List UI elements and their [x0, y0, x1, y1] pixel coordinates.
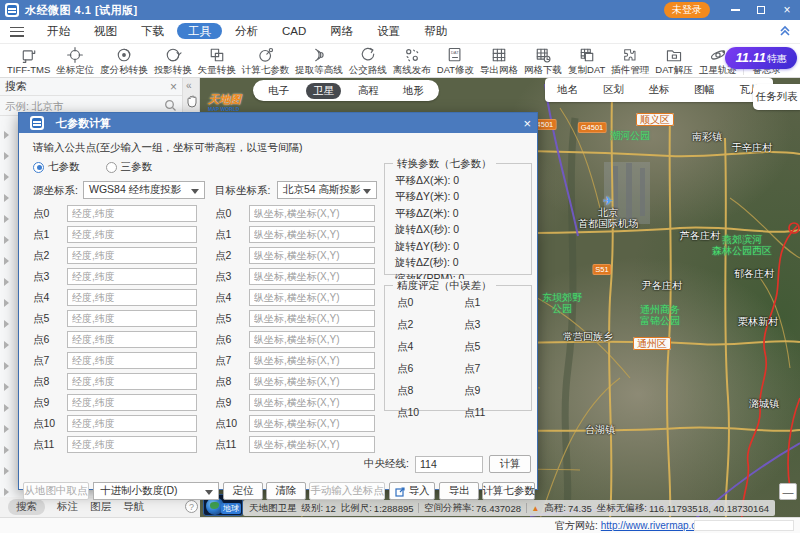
- menu-item-网络[interactable]: 网络: [319, 23, 364, 39]
- manual-input-button[interactable]: 手动输入坐标点: [309, 482, 385, 500]
- radio-七参数[interactable]: 七参数: [33, 160, 80, 174]
- point-xy-input-7[interactable]: [249, 352, 375, 369]
- radio-三参数[interactable]: 三参数: [106, 160, 153, 174]
- menu-item-下载[interactable]: 下载: [130, 23, 175, 39]
- map-type-tab-电子[interactable]: 电子: [261, 83, 296, 99]
- coordinate-format-select[interactable]: 十进制小数度(D): [93, 482, 219, 500]
- search-input[interactable]: [5, 100, 164, 112]
- overlay-toggle-坐标[interactable]: 坐标: [648, 83, 669, 97]
- toolbar-button-度分秒转换[interactable]: 度分秒转换: [97, 45, 151, 75]
- point-xy-input-3[interactable]: [249, 268, 375, 285]
- pick-from-map-button[interactable]: 从地图中取点: [23, 482, 89, 500]
- toolbar-button-复制DAT[interactable]: 复制DAT: [565, 45, 608, 75]
- point-xy-input-5[interactable]: [249, 310, 375, 327]
- point-xy-input-4[interactable]: [249, 289, 375, 306]
- toolbar-button-网格下载[interactable]: 网格下载: [521, 45, 565, 75]
- tree-expander-icon[interactable]: [4, 362, 9, 370]
- point-xy-input-2[interactable]: [249, 247, 375, 264]
- menu-item-分析[interactable]: 分析: [224, 23, 269, 39]
- toolbar-button-DAT修改[interactable]: DATDAT修改: [434, 45, 477, 75]
- map-type-tab-卫星[interactable]: 卫星: [306, 83, 341, 99]
- search-panel-close-icon[interactable]: ×: [170, 80, 177, 94]
- point-lonlat-input-10[interactable]: [67, 415, 197, 432]
- tree-expander-icon[interactable]: [4, 404, 9, 412]
- overlay-toggle-图幅[interactable]: 图幅: [694, 83, 715, 97]
- toolbar-button-TIFF-TMS[interactable]: TIFF-TMS: [4, 45, 53, 75]
- point-xy-input-8[interactable]: [249, 373, 375, 390]
- point-lonlat-input-3[interactable]: [67, 268, 197, 285]
- export-button[interactable]: 导出: [439, 482, 479, 500]
- map-type-tab-高程[interactable]: 高程: [351, 83, 386, 99]
- point-lonlat-input-0[interactable]: [67, 205, 197, 222]
- toolbar-button-矢量转换[interactable]: 矢量转换: [195, 45, 239, 75]
- toolbar-button-投影转换[interactable]: 投影转换: [151, 45, 195, 75]
- tree-expander-icon[interactable]: [4, 446, 9, 454]
- bottom-tab-导航[interactable]: 导航: [123, 500, 144, 514]
- maximize-button[interactable]: [748, 0, 774, 20]
- close-button[interactable]: ×: [774, 0, 800, 20]
- tree-expander-icon[interactable]: [4, 341, 9, 349]
- overlay-toggle-地名[interactable]: 地名: [557, 83, 578, 97]
- dialog-close-icon[interactable]: ×: [523, 116, 531, 131]
- point-xy-input-10[interactable]: [249, 415, 375, 432]
- toolbar-button-公交路线[interactable]: 公交路线: [346, 45, 390, 75]
- collapse-panel-icon[interactable]: «: [186, 80, 192, 91]
- import-button[interactable]: 导入: [389, 482, 435, 500]
- point-xy-input-9[interactable]: [249, 394, 375, 411]
- tree-expander-icon[interactable]: [4, 215, 9, 223]
- menu-item-CAD[interactable]: CAD: [271, 23, 317, 39]
- zoom-out-button[interactable]: —: [779, 483, 797, 500]
- search-icon[interactable]: [164, 99, 177, 112]
- menu-item-设置[interactable]: 设置: [366, 23, 411, 39]
- point-lonlat-input-1[interactable]: [67, 226, 197, 243]
- locate-button[interactable]: 定位: [223, 482, 263, 500]
- minimize-button[interactable]: [722, 0, 748, 20]
- overlay-toggle-区划[interactable]: 区划: [603, 83, 624, 97]
- tree-expander-icon[interactable]: [4, 299, 9, 307]
- point-lonlat-input-2[interactable]: [67, 247, 197, 264]
- tree-expander-icon[interactable]: [4, 488, 9, 496]
- menu-item-帮助[interactable]: 帮助: [413, 23, 458, 39]
- point-xy-input-0[interactable]: [249, 205, 375, 222]
- ribbon-collapse-icon[interactable]: [778, 24, 792, 38]
- login-status-badge[interactable]: 未登录: [664, 2, 710, 18]
- point-xy-input-11[interactable]: [249, 436, 375, 453]
- point-lonlat-input-6[interactable]: [67, 331, 197, 348]
- tree-expander-icon[interactable]: [4, 152, 9, 160]
- tree-expander-icon[interactable]: [4, 236, 9, 244]
- point-xy-input-1[interactable]: [249, 226, 375, 243]
- tree-expander-icon[interactable]: [4, 194, 9, 202]
- tree-expander-icon[interactable]: [4, 320, 9, 328]
- toolbar-button-提取等高线[interactable]: 提取等高线: [292, 45, 346, 75]
- tree-expander-icon[interactable]: [4, 467, 9, 475]
- dialog-title-bar[interactable]: 七参数计算 ×: [19, 113, 537, 133]
- toolbar-button-坐标定位[interactable]: 坐标定位: [53, 45, 97, 75]
- tree-expander-icon[interactable]: [4, 278, 9, 286]
- hamburger-menu-icon[interactable]: [10, 27, 24, 37]
- toolbar-button-计算七参数[interactable]: 计算七参数: [239, 45, 293, 75]
- tree-expander-icon[interactable]: [4, 425, 9, 433]
- tree-expander-icon[interactable]: [4, 131, 9, 139]
- bottom-tab-图层[interactable]: 图层: [90, 500, 111, 514]
- point-lonlat-input-11[interactable]: [67, 436, 197, 453]
- toolbar-button-导出网格[interactable]: 导出网格: [477, 45, 521, 75]
- menu-item-工具[interactable]: 工具: [177, 23, 222, 39]
- point-lonlat-input-5[interactable]: [67, 310, 197, 327]
- point-lonlat-input-4[interactable]: [67, 289, 197, 306]
- official-site-link[interactable]: http://www.rivermap.cn: [601, 520, 702, 531]
- point-lonlat-input-8[interactable]: [67, 373, 197, 390]
- promo-badge[interactable]: 11.11 特惠: [725, 47, 797, 69]
- target-crs-select[interactable]: 北京54 高斯投影: [277, 181, 377, 199]
- tree-expander-icon[interactable]: [4, 173, 9, 181]
- calc-seven-params-button[interactable]: 计算七参数: [482, 482, 535, 500]
- clear-button[interactable]: 清除: [266, 482, 306, 500]
- task-list-button[interactable]: 任务列表: [753, 84, 800, 110]
- toolbar-button-插件管理[interactable]: 插件管理: [608, 45, 652, 75]
- source-crs-select[interactable]: WGS84 经纬度投影: [83, 181, 205, 199]
- point-lonlat-input-9[interactable]: [67, 394, 197, 411]
- toolbar-button-DAT解压[interactable]: DAT解压: [652, 45, 695, 75]
- calculate-button[interactable]: 计算: [489, 455, 531, 473]
- toolbar-button-离线发布[interactable]: 离线发布: [390, 45, 434, 75]
- tree-expander-icon[interactable]: [4, 383, 9, 391]
- menu-item-开始[interactable]: 开始: [36, 23, 81, 39]
